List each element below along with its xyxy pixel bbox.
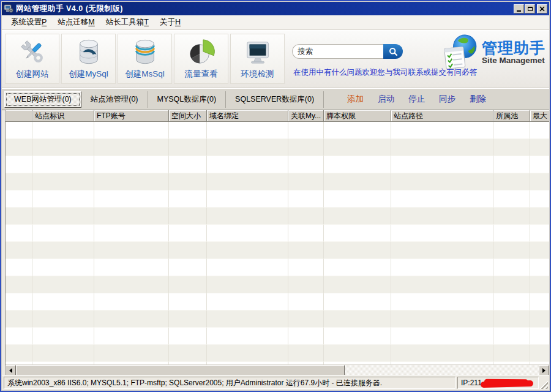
- menu-system-settings[interactable]: 系统设置P: [6, 15, 52, 29]
- status-system-info: 系统win2003_x86 IIS6.0; MYSQL5.1; FTP-msft…: [4, 377, 455, 389]
- create-mssql-button[interactable]: 创建MsSql: [118, 34, 172, 84]
- table-cell: [324, 276, 391, 293]
- traffic-view-button[interactable]: 流量查看: [174, 34, 228, 84]
- close-button[interactable]: [537, 4, 547, 13]
- column-header[interactable]: 最大: [530, 110, 549, 122]
- toolbar-button-label: 创建网站: [16, 69, 49, 80]
- scroll-left-button[interactable]: [6, 365, 16, 375]
- table-row[interactable]: [6, 293, 549, 311]
- search-button[interactable]: [383, 44, 403, 59]
- create-website-button[interactable]: 创建网站: [5, 34, 59, 84]
- table-row[interactable]: [6, 242, 549, 259]
- create-mysql-button[interactable]: 创建MySql: [61, 34, 116, 84]
- menu-about[interactable]: 关于H: [154, 15, 186, 29]
- table-cell: [288, 345, 324, 362]
- scrollbar-track[interactable]: [345, 365, 539, 375]
- table-cell: [207, 276, 288, 293]
- ip-text: IP:211: [461, 379, 482, 387]
- table-row[interactable]: [6, 122, 549, 139]
- toolbar-button-label: 创建MsSql: [125, 69, 165, 80]
- table-cell: [288, 311, 324, 328]
- table-row[interactable]: [6, 328, 549, 345]
- horizontal-scrollbar[interactable]: [6, 364, 549, 375]
- table-cell: [288, 173, 324, 190]
- tools-icon: [18, 37, 47, 67]
- search-input[interactable]: [292, 44, 383, 59]
- table-cell: [324, 208, 391, 225]
- sync-button[interactable]: 同步: [439, 94, 455, 105]
- monitor-icon: [244, 37, 272, 67]
- table-cell: [391, 225, 493, 242]
- table-cell: [493, 173, 530, 190]
- scroll-right-button[interactable]: [539, 365, 549, 375]
- toolbar-button-label: 环境检测: [241, 69, 274, 80]
- search-zone: [292, 44, 445, 59]
- logo-subtitle: Site Managemet: [482, 56, 545, 65]
- table-cell: [6, 276, 32, 293]
- table-row[interactable]: [6, 276, 549, 293]
- table-cell: [530, 345, 549, 362]
- table-cell: [94, 311, 169, 328]
- logo-title: 管理助手: [482, 40, 545, 56]
- table-cell: [207, 259, 288, 276]
- tab-mysql-db[interactable]: MYSQL数据库(0): [148, 91, 227, 108]
- table-cell: [493, 190, 530, 208]
- column-header[interactable]: [6, 110, 32, 122]
- menu-site-migration[interactable]: 站点迁移M: [52, 15, 100, 29]
- maximize-button[interactable]: [525, 4, 535, 13]
- stop-button[interactable]: 停止: [408, 94, 425, 105]
- table-cell: [32, 190, 94, 208]
- tab-web-sites[interactable]: WEB网站管理(0): [4, 91, 81, 108]
- table-cell: [530, 276, 549, 293]
- column-header[interactable]: 站点标识: [32, 110, 94, 122]
- table-cell: [324, 311, 391, 328]
- column-header[interactable]: 域名绑定: [207, 110, 288, 122]
- app-icon: [4, 4, 13, 13]
- resize-grip[interactable]: [539, 380, 548, 389]
- table-row[interactable]: [6, 208, 549, 225]
- add-button[interactable]: 添加: [347, 94, 364, 105]
- column-header[interactable]: 脚本权限: [324, 110, 391, 122]
- delete-button[interactable]: 删除: [470, 94, 486, 105]
- column-header[interactable]: 空间大小: [169, 110, 207, 122]
- brand-logo: 管理助手 Site Managemet: [441, 33, 545, 71]
- table-row[interactable]: [6, 173, 549, 190]
- table-cell: [288, 242, 324, 259]
- table-cell: [32, 242, 94, 259]
- table-cell: [207, 345, 288, 362]
- table-cell: [391, 259, 493, 276]
- tab-app-pools[interactable]: 站点池管理(0): [81, 91, 148, 108]
- tab-sqlserver-db[interactable]: SQLSERVER数据库(0): [226, 91, 324, 108]
- table-row[interactable]: [6, 156, 549, 173]
- table-cell: [493, 311, 530, 328]
- minimize-button[interactable]: [514, 4, 524, 13]
- ip-redaction-mark: [481, 380, 533, 388]
- table-row[interactable]: [6, 139, 549, 156]
- table-cell: [94, 122, 169, 139]
- table-cell: [94, 190, 169, 208]
- table-cell: [391, 328, 493, 345]
- column-header[interactable]: 关联My...: [288, 110, 324, 122]
- table-cell: [288, 225, 324, 242]
- column-header[interactable]: 站点路径: [391, 110, 493, 122]
- table-row[interactable]: [6, 190, 549, 208]
- table-cell: [6, 311, 32, 328]
- table-cell: [493, 225, 530, 242]
- scrollbar-thumb[interactable]: [16, 365, 345, 375]
- menu-webmaster-toolbox[interactable]: 站长工具箱T: [100, 15, 154, 29]
- start-button[interactable]: 启动: [378, 94, 394, 105]
- table-cell: [493, 242, 530, 259]
- table-cell: [324, 345, 391, 362]
- table-row[interactable]: [6, 225, 549, 242]
- env-check-button[interactable]: 环境检测: [230, 34, 285, 84]
- table-cell: [169, 242, 207, 259]
- maximize-icon: [528, 7, 533, 11]
- table-row[interactable]: [6, 259, 549, 276]
- table-row[interactable]: [6, 311, 549, 328]
- site-table: 站点标识FTP账号空间大小域名绑定关联My...脚本权限站点路径所属池最大: [5, 110, 549, 375]
- table-row[interactable]: [6, 345, 549, 362]
- table-cell: [324, 139, 391, 156]
- column-header[interactable]: FTP账号: [94, 110, 169, 122]
- table-header: 站点标识FTP账号空间大小域名绑定关联My...脚本权限站点路径所属池最大: [6, 110, 549, 122]
- column-header[interactable]: 所属池: [493, 110, 530, 122]
